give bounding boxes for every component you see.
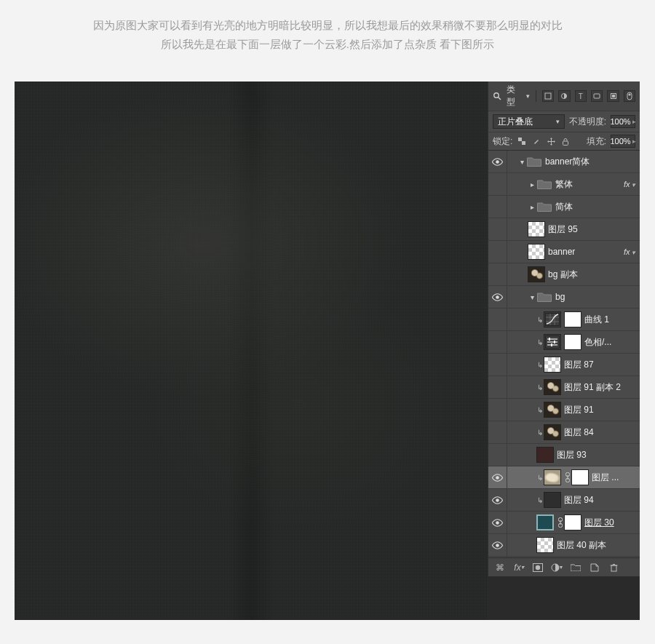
adjustment-icon[interactable]: ▾ xyxy=(551,562,563,573)
visibility-toggle[interactable] xyxy=(488,444,507,466)
visibility-toggle[interactable] xyxy=(488,309,507,330)
layer-name[interactable]: 色相/... xyxy=(584,336,637,349)
layer-name[interactable]: 图层 ... xyxy=(592,472,637,484)
layer-row-l-sel[interactable]: ↳图层 ... xyxy=(488,466,640,489)
visibility-toggle[interactable] xyxy=(488,466,507,488)
filter-pixel-icon[interactable] xyxy=(542,90,554,102)
layer-row-l95[interactable]: 图层 95 xyxy=(488,218,640,241)
svg-point-26 xyxy=(496,476,499,480)
lock-label: 锁定: xyxy=(493,135,512,148)
chevron-down-icon: ▾ xyxy=(556,118,560,125)
layer-name[interactable]: 图层 94 xyxy=(564,494,637,506)
layer-thumb xyxy=(544,379,561,395)
visibility-toggle[interactable] xyxy=(488,354,507,375)
layer-row-grp-jianti[interactable]: 简体 xyxy=(488,196,640,218)
filter-adjust-icon[interactable] xyxy=(558,90,570,102)
trash-icon[interactable] xyxy=(608,562,619,573)
layer-row-hue1[interactable]: ↳色相/... xyxy=(488,331,640,354)
opacity-value[interactable]: 100% xyxy=(611,115,635,128)
layer-name[interactable]: 图层 95 xyxy=(548,223,637,236)
search-icon[interactable] xyxy=(493,91,502,101)
visibility-toggle[interactable] xyxy=(488,151,507,172)
layer-name[interactable]: 图层 84 xyxy=(564,426,637,439)
visibility-toggle[interactable] xyxy=(488,399,507,421)
adjustment-thumb xyxy=(544,311,561,327)
visibility-toggle[interactable] xyxy=(488,489,507,511)
mask-icon[interactable] xyxy=(532,562,544,573)
layer-row-l87[interactable]: ↳图层 87 xyxy=(488,354,640,376)
visibility-toggle[interactable] xyxy=(488,286,507,308)
clip-indicator-icon: ↳ xyxy=(536,474,544,482)
svg-rect-9 xyxy=(518,138,522,141)
disclose-triangle-icon[interactable] xyxy=(528,203,536,211)
layer-name[interactable]: 图层 40 副本 xyxy=(557,539,637,552)
layer-name[interactable]: bg 副本 xyxy=(548,269,637,281)
clip-indicator-icon: ↳ xyxy=(536,383,544,391)
visibility-toggle[interactable] xyxy=(488,376,507,398)
layer-name[interactable]: banner简体 xyxy=(545,156,637,168)
svg-rect-11 xyxy=(563,141,568,146)
lock-all-icon[interactable] xyxy=(560,136,571,146)
blend-mode-select[interactable]: 正片叠底 ▾ xyxy=(493,114,565,129)
lock-paint-icon[interactable] xyxy=(531,136,541,146)
fill-value[interactable]: 100% xyxy=(611,135,635,148)
group-icon[interactable] xyxy=(570,562,581,573)
lock-move-icon[interactable] xyxy=(546,136,556,146)
layer-name[interactable]: 图层 93 xyxy=(557,449,637,461)
visibility-toggle[interactable] xyxy=(488,263,507,285)
filter-smart-icon[interactable] xyxy=(607,90,619,102)
lock-transparent-icon[interactable] xyxy=(517,136,527,146)
link-layers-icon[interactable]: ⌘ xyxy=(494,562,506,573)
layer-row-lbanner[interactable]: bannerfx xyxy=(488,241,640,263)
visibility-toggle[interactable] xyxy=(488,218,507,240)
layer-row-l93[interactable]: 图层 93 xyxy=(488,444,640,466)
layer-row-grp-banner[interactable]: banner简体 xyxy=(488,151,640,173)
blend-row: 正片叠底 ▾ 不透明度: 100% xyxy=(488,111,640,132)
layer-row-grp-bg[interactable]: bg xyxy=(488,286,640,309)
layer-thumb xyxy=(544,357,561,373)
visibility-toggle[interactable] xyxy=(488,331,507,353)
layer-row-l91c2[interactable]: ↳图层 91 副本 2 xyxy=(488,376,640,399)
layer-row-l30[interactable]: 图层 30 xyxy=(488,512,640,534)
layer-row-l40c[interactable]: 图层 40 副本 xyxy=(488,534,640,557)
visibility-toggle[interactable] xyxy=(488,241,507,263)
disclose-triangle-icon[interactable] xyxy=(528,293,536,301)
layer-name[interactable]: 图层 30 xyxy=(584,517,637,529)
svg-point-0 xyxy=(494,93,499,98)
visibility-toggle[interactable] xyxy=(488,173,507,195)
fx-icon[interactable]: fx▾ xyxy=(513,562,525,573)
disclose-triangle-icon[interactable] xyxy=(517,158,526,166)
layer-name[interactable]: banner xyxy=(548,247,624,257)
layers-list[interactable]: banner简体繁体fx简体图层 95bannerfxbg 副本bg↳曲线 1↳… xyxy=(488,151,640,557)
fx-indicator[interactable]: fx xyxy=(624,180,635,188)
visibility-toggle[interactable] xyxy=(488,196,507,218)
layer-name[interactable]: 曲线 1 xyxy=(584,314,637,326)
layer-row-l91[interactable]: ↳图层 91 xyxy=(488,399,640,421)
new-layer-icon[interactable] xyxy=(589,562,600,573)
layer-row-curves1[interactable]: ↳曲线 1 xyxy=(488,309,640,331)
visibility-toggle[interactable] xyxy=(488,512,507,533)
layer-name[interactable]: 图层 87 xyxy=(564,359,637,371)
layer-row-lbgcopy[interactable]: bg 副本 xyxy=(488,263,640,286)
layer-name[interactable]: 繁体 xyxy=(555,178,624,191)
layer-name[interactable]: 图层 91 xyxy=(564,404,637,416)
folder-icon xyxy=(536,200,552,213)
clip-indicator-icon: ↳ xyxy=(536,496,544,504)
layer-name[interactable]: bg xyxy=(555,292,637,302)
filter-shape-icon[interactable] xyxy=(591,90,603,102)
filter-type-icon[interactable]: T xyxy=(575,90,587,102)
svg-point-13 xyxy=(496,295,499,299)
visibility-toggle[interactable] xyxy=(488,534,507,556)
layer-row-grp-fanti[interactable]: 繁体fx xyxy=(488,173,640,196)
fx-indicator[interactable]: fx xyxy=(624,247,635,256)
layers-panel-footer: ⌘ fx▾ ▾ xyxy=(488,557,640,576)
visibility-toggle[interactable] xyxy=(488,421,507,443)
disclose-triangle-icon[interactable] xyxy=(528,180,536,188)
layer-name[interactable]: 图层 91 副本 2 xyxy=(564,381,637,394)
layer-row-l84[interactable]: ↳图层 84 xyxy=(488,421,640,444)
kind-dropdown-icon[interactable]: ▾ xyxy=(526,92,530,100)
layer-row-l94[interactable]: ↳图层 94 xyxy=(488,489,640,512)
layer-name[interactable]: 简体 xyxy=(555,201,637,213)
filter-toggle-icon[interactable] xyxy=(624,90,635,102)
layer-thumb xyxy=(528,266,545,282)
